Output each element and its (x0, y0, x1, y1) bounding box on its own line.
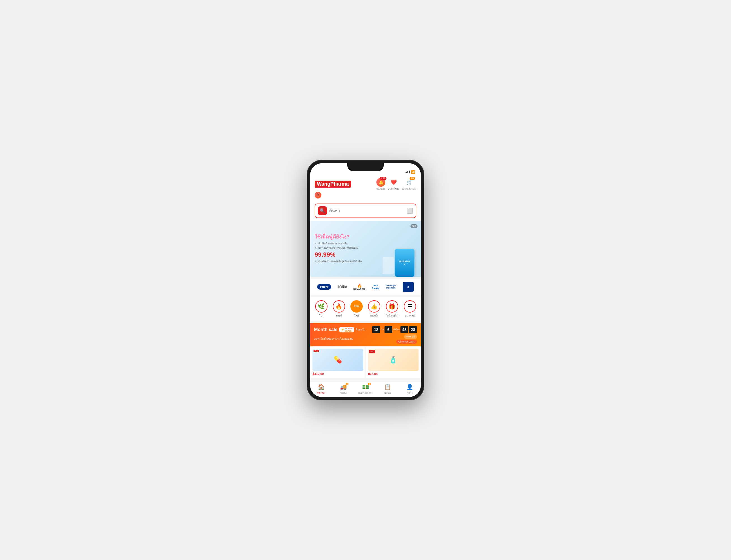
brand-boehringer[interactable]: BoehringerIngelheim (386, 284, 396, 289)
product-price-2: ฿32.88 (368, 372, 419, 376)
search-input[interactable] (327, 208, 407, 213)
flash-badge-text: FLASH (345, 327, 353, 330)
order-icon: 📋 (384, 384, 391, 390)
flash-title: Month sale (314, 327, 338, 332)
brand-name: WangPharma (315, 181, 351, 188)
cat-label-pro: โปร (319, 314, 324, 318)
category-pro[interactable]: 🌿 โปร (315, 300, 328, 318)
wifi-icon: 📶 (411, 170, 415, 174)
banner-percent: 99.99% (315, 251, 416, 258)
bottom-navigation: 🏠 หน้าหลัก 🚚 0 สถานะ 💵 4 ยอดค้างชำระ 📋 เ… (310, 382, 421, 397)
search-icon: 🔍 (320, 208, 325, 213)
brand-abbott[interactable]: a (403, 282, 414, 292)
slide-indicator: 5/6 (410, 224, 417, 228)
product-card-1[interactable]: 💊 Pro ฿312.00 (310, 346, 366, 378)
banner-slide[interactable]: ใช้เม็ดฟู่ดียังไง? 1. กลิ่นมินต์ หอมสะอา… (310, 221, 421, 277)
ends-label: สิ้นสุดใน (356, 328, 365, 332)
cat-label-new: ใหม่ (354, 314, 359, 318)
product-cards-row: 💊 Pro ฿312.00 🧴 วันนี้ ฿32.88 (310, 346, 421, 378)
banner-title: ใช้เม็ดฟู่ดียังไง? (315, 234, 416, 240)
wishlist-icon: ❤️ (390, 179, 397, 185)
countdown-days: 12 (372, 326, 380, 333)
header-icons: 🔔 220 แจ้งเตือน ❤️ สินค้าที่ชอบ (376, 178, 416, 191)
main-content: WangPharma 🔔 220 แจ้งเตือน ❤️ (310, 176, 421, 382)
banner-section: ใช้เม็ดฟู่ดียังไง? 1. กลิ่นมินต์ หอมสะอา… (310, 221, 421, 277)
notch (347, 163, 384, 171)
signal-icon (404, 171, 410, 173)
nav-status-label: สถานะ (340, 391, 347, 395)
nav-outstanding[interactable]: 💵 4 ยอดค้างชำระ (354, 384, 376, 395)
product-image-1: 💊 Pro (313, 349, 363, 371)
cart-label: เลือกแล้วจะสั่ง (402, 187, 416, 191)
product-card-2[interactable]: 🧴 วันนี้ ฿32.88 (366, 346, 421, 378)
notification-icon: 🔔 (378, 180, 383, 185)
brands-section: Pfizer INVIDA 🔥 NOVARTIS MedSupply Boehr… (310, 279, 421, 295)
cat-icon-gimmick: 🎁 (386, 300, 398, 313)
category-new[interactable]: ใหม่ ใหม่ (351, 300, 363, 318)
phone-frame: 📶 WangPharma 🔔 220 แจ้งเตือน (307, 160, 424, 400)
flash-badge: ⚡ FLASH DEALS (339, 327, 354, 332)
truck-icon: 🚚 0 (340, 384, 347, 390)
category-bestsell[interactable]: 🔥 ขายดี (333, 300, 345, 318)
cat-icon-recommend: 👍 (368, 300, 380, 313)
category-all[interactable]: ☰ หมวดหมู่ (404, 300, 416, 318)
banner-point1: 1. กลิ่นมินต์ หอมสะอาด สดชื่น (315, 242, 416, 245)
nav-order[interactable]: 📋 เดิาสั่ง (377, 384, 399, 395)
notification-badge: 220 (380, 177, 386, 180)
nav-outstanding-label: ยอดค้างชำระ (358, 391, 373, 395)
search-bar-wrapper: 🔍 ⬜ (310, 201, 421, 221)
wishlist-button[interactable]: ❤️ สินค้าที่ชอบ (388, 178, 399, 191)
banner-text: ใช้เม็ดฟู่ดียังไง? 1. กลิ่นมินต์ หอมสะอา… (315, 234, 416, 264)
flash-desc: สินค้าโปรโมชั่นประจำเดือนกันยายน (314, 337, 353, 341)
app-header: WangPharma 🔔 220 แจ้งเตือน ❤️ (310, 176, 421, 201)
cat-label-bestsell: ขายดี (336, 314, 342, 318)
banner-point3: 3. ช่วยทำความสะอาดในจุดที่แปรงเข้าไม่ถึง (315, 259, 416, 263)
customer-icon: 👤 (406, 384, 413, 390)
category-recommend[interactable]: 👍 แนะนำ (368, 300, 380, 318)
cat-label-all: หมวดหมู่ (405, 314, 415, 318)
category-gimmick[interactable]: 🎁 กิมมิก(แต้ม) (385, 300, 398, 318)
brand-invida[interactable]: INVIDA (338, 285, 347, 288)
notification-button[interactable]: 🔔 220 แจ้งเตือน (376, 178, 385, 191)
countdown-hours: 6 (384, 326, 392, 333)
cart-button[interactable]: 🛒 15 เลือกแล้วจะสั่ง (402, 178, 416, 191)
nav-home-label: หน้าหลัก (317, 391, 326, 395)
notification-label: แจ้งเตือน (376, 187, 385, 191)
scan-icon[interactable]: ⬜ (407, 208, 413, 214)
flash-deals-section: Month sale ⚡ FLASH DEALS สิ้นสุดใน 12 วั (310, 323, 421, 346)
hours-label: ชั่วโมง (393, 328, 399, 331)
brand-novartis[interactable]: 🔥 NOVARTIS (354, 283, 366, 290)
banner-point2: 2. สดการเจริญเติบโตของแบคทีเรียได้ถึง (315, 246, 416, 250)
days-label: วัน (381, 328, 384, 331)
nav-order-label: เดิาสั่ง (384, 391, 391, 395)
view-all-button[interactable]: view all (404, 334, 417, 339)
search-icon-button[interactable]: 🔍 (318, 206, 327, 215)
countdown: 12 วัน 6 ชั่วโมง 48 28 (372, 326, 417, 333)
cat-icon-new: ใหม่ (351, 300, 363, 313)
brand-pfizer[interactable]: Pfizer (317, 284, 331, 290)
status-badge: 0 (346, 383, 349, 385)
countdown-minutes: 48 (400, 326, 408, 333)
cat-icon-all: ☰ (404, 300, 416, 313)
cart-badge: 15 (410, 177, 415, 180)
cart-icon: 🛒 (406, 179, 412, 185)
outstanding-badge: 4 (368, 383, 370, 385)
cat-icon-pro: 🌿 (315, 300, 328, 313)
wishlist-label: สินค้าที่ชอบ (388, 187, 399, 191)
dollar-icon: 💵 4 (362, 384, 369, 390)
cat-label-recommend: แนะนำ (370, 314, 378, 318)
timer-icon: ⏱ (315, 192, 321, 199)
product-image-2: 🧴 วันนี้ (368, 349, 419, 371)
nav-home[interactable]: 🏠 หน้าหลัก (310, 384, 332, 395)
brand-medsupply[interactable]: MedSupply (372, 284, 379, 289)
gimmick-tag: Gimmick Wars (396, 340, 417, 344)
nav-status[interactable]: 🚚 0 สถานะ (332, 384, 354, 395)
search-bar[interactable]: 🔍 ⬜ (315, 204, 416, 218)
countdown-seconds: 28 (409, 326, 417, 333)
categories-section: 🌿 โปร 🔥 ขายดี ใหม่ ใหม่ 👍 แนะนำ (310, 297, 421, 321)
home-icon: 🏠 (318, 384, 325, 390)
cat-label-gimmick: กิมมิก(แต้ม) (385, 314, 398, 318)
nav-customer-label: ลูกค้า (406, 391, 413, 395)
product-price-1: ฿312.00 (313, 372, 363, 376)
nav-customer[interactable]: 👤 ลูกค้า (399, 384, 421, 395)
